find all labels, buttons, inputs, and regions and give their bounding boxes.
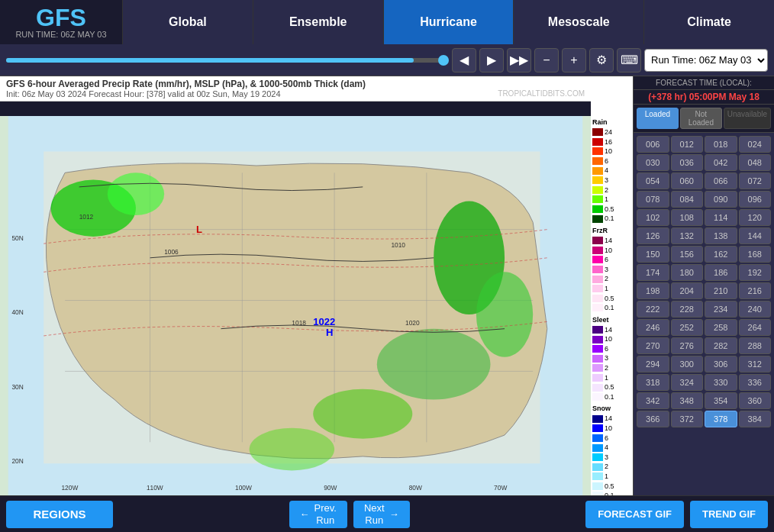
forward-button[interactable]: ▶▶ <box>507 48 531 73</box>
hour-btn-192[interactable]: 192 <box>739 264 772 281</box>
tab-hurricane[interactable]: Hurricane <box>383 0 514 44</box>
hour-btn-366[interactable]: 366 <box>637 411 669 427</box>
hour-btn-318[interactable]: 318 <box>637 374 669 391</box>
zoom-in-button[interactable]: + <box>562 48 586 73</box>
tab-global[interactable]: Global <box>122 0 253 44</box>
settings-button[interactable]: ⚙ <box>589 48 614 73</box>
hour-btn-090[interactable]: 090 <box>705 191 737 208</box>
hour-btn-144[interactable]: 144 <box>739 227 772 244</box>
not-loaded-button[interactable]: Not Loaded <box>680 108 722 129</box>
hour-btn-024[interactable]: 024 <box>739 136 772 153</box>
hour-grid: 0060120180240300360420480540600660720780… <box>634 133 774 430</box>
map-watermark: TROPICALTIDBITS.COM <box>498 89 585 98</box>
hour-btn-168[interactable]: 168 <box>739 246 772 263</box>
hour-btn-264[interactable]: 264 <box>739 319 772 336</box>
hour-btn-078[interactable]: 078 <box>637 191 669 208</box>
sleet-legend-label: Sleet <box>592 316 631 324</box>
hour-btn-378[interactable]: 378 <box>705 411 737 427</box>
loaded-button[interactable]: Loaded <box>637 108 679 129</box>
hour-btn-240[interactable]: 240 <box>739 301 772 318</box>
next-run-label: NextRun <box>364 502 385 526</box>
hour-btn-042[interactable]: 042 <box>705 154 737 171</box>
hour-btn-186[interactable]: 186 <box>705 264 737 281</box>
hour-btn-126[interactable]: 126 <box>637 227 669 244</box>
svg-text:40N: 40N <box>11 308 23 316</box>
map-image[interactable]: 1012 1006 1010 1018 1020 1022 H L 50N 40… <box>0 116 591 495</box>
timeline-slider[interactable] <box>6 58 449 63</box>
play-button[interactable]: ▶ <box>479 48 504 73</box>
forecast-gif-button[interactable]: FORECAST GIF <box>585 501 684 528</box>
hour-btn-270[interactable]: 270 <box>637 337 669 354</box>
hour-btn-132[interactable]: 132 <box>671 227 704 244</box>
hour-btn-342[interactable]: 342 <box>637 392 669 409</box>
regions-button[interactable]: REGIONS <box>6 501 113 528</box>
zoom-out-button[interactable]: − <box>534 48 559 73</box>
hour-btn-354[interactable]: 354 <box>705 392 737 409</box>
header: GFS RUN TIME: 06Z MAY 03 Global Ensemble… <box>0 0 774 44</box>
hour-btn-072[interactable]: 072 <box>739 172 772 189</box>
hour-btn-288[interactable]: 288 <box>739 337 772 354</box>
svg-text:50N: 50N <box>11 234 23 242</box>
frzr-legend-label: FrzR <box>592 227 631 234</box>
hour-btn-330[interactable]: 330 <box>705 374 737 391</box>
hour-btn-096[interactable]: 096 <box>739 191 772 208</box>
hour-btn-180[interactable]: 180 <box>671 264 704 281</box>
hour-btn-012[interactable]: 012 <box>671 136 704 153</box>
hour-btn-360[interactable]: 360 <box>739 392 772 409</box>
hour-btn-198[interactable]: 198 <box>637 282 669 299</box>
hour-btn-156[interactable]: 156 <box>671 246 704 263</box>
hour-btn-228[interactable]: 228 <box>671 301 704 318</box>
hour-btn-162[interactable]: 162 <box>705 246 737 263</box>
hour-btn-150[interactable]: 150 <box>637 246 669 263</box>
hour-btn-234[interactable]: 234 <box>705 301 737 318</box>
hour-btn-060[interactable]: 060 <box>671 172 704 189</box>
hour-btn-018[interactable]: 018 <box>705 136 737 153</box>
hour-btn-108[interactable]: 108 <box>671 209 704 226</box>
hour-btn-006[interactable]: 006 <box>637 136 669 153</box>
unavailable-button[interactable]: Unavailable <box>724 108 771 129</box>
hour-btn-300[interactable]: 300 <box>671 356 704 372</box>
hour-btn-258[interactable]: 258 <box>705 319 737 336</box>
hour-btn-294[interactable]: 294 <box>637 356 669 372</box>
hour-btn-114[interactable]: 114 <box>705 209 737 226</box>
hour-btn-252[interactable]: 252 <box>671 319 704 336</box>
hour-btn-384[interactable]: 384 <box>739 411 772 427</box>
hour-btn-336[interactable]: 336 <box>739 374 772 391</box>
tab-ensemble[interactable]: Ensemble <box>253 0 383 44</box>
forecast-time-value: (+378 hr) 05:00PM May 18 <box>634 90 774 105</box>
hour-btn-174[interactable]: 174 <box>637 264 669 281</box>
hour-btn-102[interactable]: 102 <box>637 209 669 226</box>
hour-btn-138[interactable]: 138 <box>705 227 737 244</box>
hour-btn-054[interactable]: 054 <box>637 172 669 189</box>
rain-16: 16 <box>592 137 631 147</box>
hour-btn-210[interactable]: 210 <box>705 282 737 299</box>
run-time-select[interactable]: Run Time: 06Z May 03 Run Time: 00Z May 0… <box>644 49 768 72</box>
hour-btn-324[interactable]: 324 <box>671 374 704 391</box>
next-run-button[interactable]: NextRun → <box>353 501 410 528</box>
trend-gif-button[interactable]: TREND GIF <box>690 501 768 528</box>
hour-btn-216[interactable]: 216 <box>739 282 772 299</box>
hour-btn-222[interactable]: 222 <box>637 301 669 318</box>
hour-btn-084[interactable]: 084 <box>671 191 704 208</box>
tab-mesoscale[interactable]: Mesoscale <box>513 0 643 44</box>
hour-btn-372[interactable]: 372 <box>671 411 704 427</box>
hour-btn-276[interactable]: 276 <box>671 337 704 354</box>
tab-climate[interactable]: Climate <box>643 0 774 44</box>
svg-text:80W: 80W <box>409 484 422 492</box>
hour-btn-120[interactable]: 120 <box>739 209 772 226</box>
precip-legend: Rain 24 16 10 6 4 3 2 1 0.5 0.1 FrzR 14 … <box>591 76 633 495</box>
prev-run-button[interactable]: ← Prev.Run <box>289 501 347 528</box>
keyboard-button[interactable]: ⌨ <box>617 48 641 73</box>
nav-tabs: Global Ensemble Hurricane Mesoscale Clim… <box>122 0 774 44</box>
hour-btn-312[interactable]: 312 <box>739 356 772 372</box>
hour-btn-204[interactable]: 204 <box>671 282 704 299</box>
hour-btn-246[interactable]: 246 <box>637 319 669 336</box>
hour-btn-348[interactable]: 348 <box>671 392 704 409</box>
back-button[interactable]: ◀ <box>452 48 476 73</box>
hour-btn-282[interactable]: 282 <box>705 337 737 354</box>
hour-btn-066[interactable]: 066 <box>705 172 737 189</box>
hour-btn-036[interactable]: 036 <box>671 154 704 171</box>
hour-btn-048[interactable]: 048 <box>739 154 772 171</box>
hour-btn-306[interactable]: 306 <box>705 356 737 372</box>
hour-btn-030[interactable]: 030 <box>637 154 669 171</box>
